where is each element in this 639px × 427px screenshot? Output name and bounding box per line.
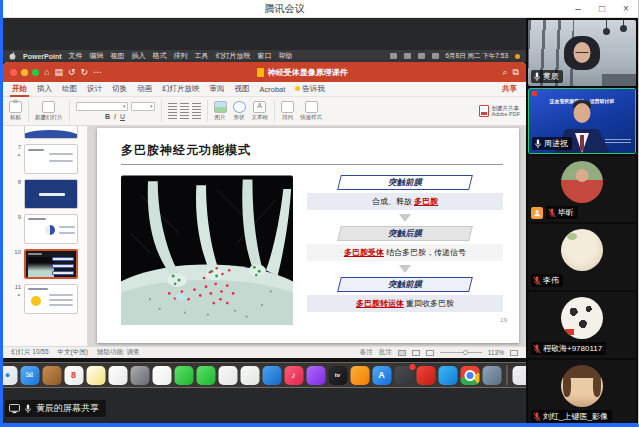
dock-icon-meeting-app[interactable] (438, 366, 457, 385)
tab-draw[interactable]: 绘图 (62, 84, 77, 94)
thumb-row-9[interactable]: 9 (11, 214, 83, 244)
sorter-view-icon[interactable] (412, 350, 420, 356)
comments-button[interactable]: 批注 (379, 348, 392, 357)
mac-minimize-icon[interactable] (21, 69, 28, 76)
menu-item-view[interactable]: 视图 (111, 51, 125, 61)
notes-button[interactable]: 备注 (360, 348, 373, 357)
dock-icon-messages[interactable] (174, 366, 193, 385)
dock-icon-chrome[interactable] (460, 366, 479, 385)
normal-view-icon[interactable] (398, 350, 406, 356)
zoom-slider[interactable] (440, 352, 482, 353)
dock-icon-podcasts[interactable] (306, 366, 325, 385)
titlebar-search-icon[interactable]: ⌕ (503, 67, 508, 78)
quick-styles-button[interactable]: 快速样式 (300, 101, 322, 121)
dock-icon-books[interactable] (350, 366, 369, 385)
home-icon[interactable]: ⌂ (44, 67, 49, 77)
tab-home[interactable]: 开始 (12, 84, 27, 94)
dock-icon-utility[interactable] (394, 366, 413, 385)
create-pdf-button[interactable]: 创建并共享Adobe PDF (479, 105, 520, 118)
dock-icon-wallet[interactable] (482, 366, 501, 385)
slide-thumb-7[interactable] (24, 144, 78, 174)
participant-tile-bixin[interactable]: 毕昕 (528, 156, 636, 222)
minimize-button[interactable]: – (566, 0, 590, 17)
tab-slideshow[interactable]: 幻灯片放映 (162, 84, 200, 94)
menu-item-file[interactable]: 文件 (69, 51, 83, 61)
tab-acrobat[interactable]: Acrobat (260, 85, 286, 94)
menu-item-window[interactable]: 窗口 (258, 51, 272, 61)
tab-design[interactable]: 设计 (87, 84, 102, 94)
control-center-icon[interactable] (432, 53, 439, 59)
slide-thumb-8[interactable] (24, 179, 78, 209)
accessibility-indicator[interactable]: 辅助功能: 调查 (97, 348, 140, 357)
participant-tile-huangchen[interactable]: 黄辰 (528, 20, 636, 86)
slide-thumb-6[interactable] (24, 126, 78, 139)
number-list-icon[interactable] (180, 103, 189, 110)
participant-tile-liuhong[interactable]: 刘红_上键医_影像 (528, 360, 636, 423)
redo-icon[interactable]: ↻ (81, 67, 89, 77)
tab-animations[interactable]: 动画 (137, 84, 152, 94)
thumb-row-11[interactable]: 11✦ (11, 284, 83, 314)
tab-insert[interactable]: 插入 (37, 84, 52, 94)
ppt-share-button[interactable]: 共享 (502, 84, 517, 94)
font-size-select[interactable] (131, 102, 155, 111)
participant-tile-zhoujinzhu[interactable]: 泛血管疾病防治…运营研讨班 周进祝 (528, 88, 636, 154)
dock-icon-system-settings[interactable] (130, 366, 149, 385)
maximize-button[interactable]: □ (590, 0, 614, 17)
underline-button[interactable]: U (120, 113, 125, 120)
participant-tile-liwei[interactable]: 李伟 (528, 224, 636, 290)
slide-thumb-9[interactable] (24, 214, 78, 244)
menu-item-edit[interactable]: 编辑 (90, 51, 104, 61)
menu-item-format[interactable]: 格式 (153, 51, 167, 61)
dock-icon-facetime[interactable] (196, 366, 215, 385)
dock-icon-app-store[interactable]: A (372, 366, 391, 385)
mac-zoom-icon[interactable] (32, 69, 39, 76)
arrange-button[interactable]: 排列 (281, 101, 294, 121)
menu-app-name[interactable]: PowerPoint (23, 53, 62, 60)
tab-review[interactable]: 审阅 (210, 84, 225, 94)
dock-icon-safari[interactable]: ● (3, 366, 17, 385)
align-left-icon[interactable] (168, 112, 177, 119)
thumb-row-7[interactable]: 7✦ (11, 144, 83, 174)
shape-button[interactable]: 形状 (233, 101, 246, 121)
wifi-icon[interactable] (404, 53, 411, 59)
italic-button[interactable]: I (114, 113, 116, 120)
dock-icon-mail[interactable]: ✉ (20, 366, 39, 385)
bullet-list-icon[interactable] (168, 103, 177, 110)
battery-icon[interactable] (390, 53, 397, 59)
tab-view[interactable]: 视图 (235, 84, 250, 94)
font-name-select[interactable] (76, 102, 128, 111)
tab-transitions[interactable]: 切换 (112, 84, 127, 94)
search-icon[interactable] (418, 53, 425, 59)
dock-icon-preview-doc[interactable] (512, 366, 526, 385)
picture-button[interactable]: 图片 (214, 101, 227, 121)
new-slide-button[interactable]: 新建幻灯片 (35, 101, 63, 121)
undo-icon[interactable]: ↺ (68, 67, 76, 77)
thumb-row-partial[interactable] (11, 131, 83, 139)
dock-icon-numbers[interactable] (240, 366, 259, 385)
language-indicator[interactable]: 中文(中国) (58, 348, 88, 357)
indent-icon[interactable] (192, 103, 201, 110)
dock-icon-pages[interactable] (218, 366, 237, 385)
fit-window-icon[interactable] (510, 350, 518, 356)
menu-item-insert[interactable]: 插入 (132, 51, 146, 61)
dock-icon-music[interactable]: ♪ (284, 366, 303, 385)
participant-tile-chengjinghai[interactable]: 程敬海+9780117 (528, 292, 636, 358)
dock-icon-reminders[interactable] (108, 366, 127, 385)
close-button[interactable]: × (614, 0, 638, 17)
paste-button[interactable]: 粘贴 (9, 101, 22, 121)
bold-button[interactable]: B (105, 113, 110, 120)
dock-icon-calendar[interactable]: 8 (64, 366, 83, 385)
dock-icon-netease-mail[interactable] (416, 366, 435, 385)
dock-icon-apple-tv[interactable]: tv (328, 366, 347, 385)
dock-icon-dictionary[interactable] (42, 366, 61, 385)
menu-item-help[interactable]: 帮助 (279, 51, 293, 61)
menu-item-arrange[interactable]: 排列 (174, 51, 188, 61)
menu-item-tools[interactable]: 工具 (195, 51, 209, 61)
more-icon[interactable]: ⋯ (93, 67, 102, 77)
menu-item-slideshow[interactable]: 幻灯片放映 (216, 51, 251, 61)
mac-close-icon[interactable] (10, 69, 17, 76)
dock-icon-photos[interactable] (152, 366, 171, 385)
titlebar-share-icon[interactable]: ⧉ (513, 67, 519, 78)
thumb-row-10-selected[interactable]: 10 (11, 249, 83, 279)
tab-tell-me[interactable]: 告诉我 (295, 84, 325, 94)
